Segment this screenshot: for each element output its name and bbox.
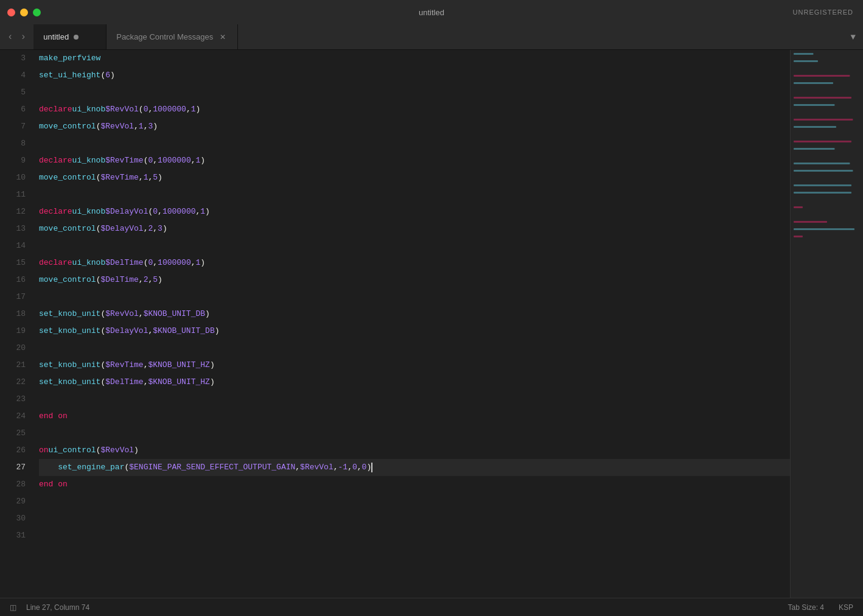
line-number-13: 13 — [0, 220, 34, 237]
token: ( — [148, 203, 153, 220]
token: ) — [366, 459, 371, 476]
token: ( — [100, 357, 105, 374]
statusbar-right: Tab Size: 4 KSP — [788, 603, 853, 612]
token: $ENGINE_PAR_SEND_EFFECT_OUTPUT_GAIN — [129, 459, 295, 476]
token: ( — [96, 220, 101, 237]
titlebar: untitled UNREGISTERED — [0, 0, 863, 24]
token: $RevTime — [100, 169, 138, 186]
token: ) — [215, 323, 220, 340]
token: $DelTime — [105, 254, 143, 271]
line-number-6: 6 — [0, 101, 34, 118]
token: ( — [96, 271, 101, 289]
token: , — [348, 459, 352, 476]
line-number-21: 21 — [0, 357, 34, 374]
tabbar-dropdown-button[interactable]: ▼ — [851, 32, 856, 42]
code-content[interactable]: make_perfviewset_ui_height(6)declare ui_… — [34, 50, 790, 598]
line-numbers: 3456789101112131415161718192021222324252… — [0, 50, 34, 598]
token: , — [148, 101, 153, 118]
token: ( — [139, 101, 144, 118]
line-number-18: 18 — [0, 306, 34, 323]
code-line-28: end on — [39, 476, 790, 493]
line-number-7: 7 — [0, 118, 34, 135]
code-line-24: end on — [39, 408, 790, 425]
svg-rect-17 — [794, 236, 803, 237]
token: 3 — [148, 118, 153, 135]
token: 1000000 — [158, 254, 191, 271]
token: move_control — [39, 220, 96, 237]
token: , — [148, 323, 153, 340]
code-line-7: move_control ($RevVol,1,3) — [39, 118, 790, 135]
token: ( — [96, 169, 101, 186]
maximize-button[interactable] — [33, 9, 41, 16]
svg-rect-14 — [794, 206, 803, 208]
code-line-14 — [39, 237, 790, 254]
token: 1000000 — [158, 152, 191, 169]
svg-rect-4 — [794, 97, 851, 99]
token: ) — [162, 220, 167, 237]
minimize-button[interactable] — [20, 9, 28, 16]
line-number-3: 3 — [0, 50, 34, 67]
token: , — [195, 203, 200, 220]
token: set_knob_unit — [39, 306, 100, 323]
token: , — [153, 254, 158, 271]
line-number-28: 28 — [0, 476, 34, 493]
token: $KNOB_UNIT_HZ — [148, 374, 209, 391]
line-number-10: 10 — [0, 169, 34, 186]
window-title: untitled — [419, 8, 444, 17]
code-line-21: set_knob_unit ($RevTime,$KNOB_UNIT_HZ) — [39, 357, 790, 374]
line-number-11: 11 — [0, 186, 34, 203]
line-number-30: 30 — [0, 510, 34, 527]
token: ) — [205, 306, 210, 323]
syntax-indicator[interactable]: KSP — [839, 603, 853, 612]
unregistered-label: UNREGISTERED — [793, 9, 853, 16]
code-line-10: move_control ($RevTime,1,5) — [39, 169, 790, 186]
token: , — [158, 203, 162, 220]
token: ) — [110, 67, 115, 84]
token: ) — [210, 357, 215, 374]
tab-prev-button[interactable]: ‹ — [5, 30, 16, 44]
code-line-11 — [39, 186, 790, 203]
minimap[interactable] — [790, 50, 863, 598]
tab-next-button[interactable]: › — [18, 30, 29, 44]
line-number-15: 15 — [0, 254, 34, 271]
token: move_control — [39, 169, 96, 186]
token: $RevVol — [300, 459, 334, 476]
token: declare — [39, 254, 72, 271]
code-line-8 — [39, 135, 790, 152]
token: 0 — [148, 152, 153, 169]
line-col-indicator[interactable]: Line 27, Column 74 — [26, 603, 89, 612]
line-number-17: 17 — [0, 289, 34, 306]
token: , — [334, 459, 338, 476]
token: 0 — [352, 459, 357, 476]
tab-package-control[interactable]: Package Control Messages ✕ — [107, 24, 238, 49]
token: ui_knob — [72, 152, 106, 169]
token: set_ui_height — [39, 67, 100, 84]
token: ui_control — [49, 442, 96, 459]
token: , — [186, 101, 191, 118]
svg-rect-9 — [794, 148, 835, 150]
tab-package-control-close[interactable]: ✕ — [218, 32, 228, 42]
token: , — [139, 306, 144, 323]
token: , — [144, 357, 148, 374]
token: 1 — [196, 254, 201, 271]
token: make_perfview — [39, 50, 100, 67]
token: 0 — [153, 203, 158, 220]
close-button[interactable] — [7, 9, 15, 16]
code-line-15: declare ui_knob $DelTime (0,1000000,1) — [39, 254, 790, 271]
svg-rect-10 — [794, 163, 850, 164]
token: ) — [158, 271, 162, 289]
code-line-5 — [39, 84, 790, 101]
line-number-5: 5 — [0, 84, 34, 101]
svg-rect-11 — [794, 170, 853, 172]
token: , — [139, 271, 144, 289]
token: , — [153, 220, 158, 237]
tab-untitled[interactable]: untitled — [33, 24, 107, 49]
code-line-22: set_knob_unit ($DelTime,$KNOB_UNIT_HZ) — [39, 374, 790, 391]
tab-size-indicator[interactable]: Tab Size: 4 — [788, 603, 824, 612]
token: , — [191, 254, 196, 271]
token: 1 — [191, 101, 196, 118]
token: 1000000 — [153, 101, 186, 118]
token: 1000000 — [162, 203, 196, 220]
tabbar: ‹ › untitled Package Control Messages ✕ … — [0, 24, 863, 50]
token: 0 — [148, 254, 153, 271]
